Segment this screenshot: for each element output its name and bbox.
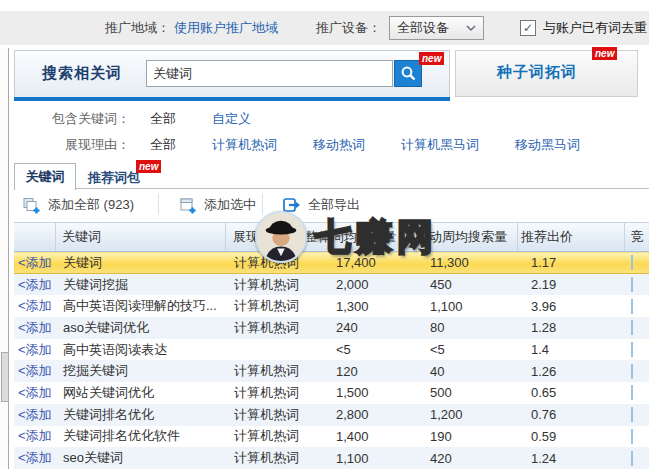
table-row[interactable]: <添加 关键词挖掘 计算机热词，... 2,000 450 2.19 xyxy=(14,274,649,296)
device-dropdown-value: 全部设备 xyxy=(397,19,449,37)
reason-cell: 计算机热词，... xyxy=(226,254,302,272)
table-row[interactable]: <添加 高中英语阅读理解的技巧... 计算机热词，... 1,300 1,100… xyxy=(14,295,649,317)
toolbar-divider xyxy=(158,194,159,215)
bid-cell: 0.76 xyxy=(518,407,625,422)
contain-option-custom[interactable]: 自定义 xyxy=(212,110,251,128)
export-all-label: 全部导出 xyxy=(308,196,360,214)
search-button[interactable] xyxy=(394,60,422,87)
mobile-volume-cell: 11,300 xyxy=(415,255,518,270)
seed-tab-label: 种子词拓词 xyxy=(497,63,577,82)
region-link[interactable]: 使用账户推广地域 xyxy=(174,19,278,37)
add-keyword-link[interactable]: <添加 xyxy=(14,384,56,402)
pc-volume-cell: 1,500 xyxy=(302,385,415,400)
region-label: 推广地域： xyxy=(105,19,170,37)
keyword-cell: 关键词挖掘 xyxy=(56,276,226,294)
left-panel-toggle[interactable] xyxy=(1,352,9,402)
export-all-button[interactable]: 全部导出 xyxy=(282,196,360,214)
competition-cell xyxy=(625,255,649,270)
reason-filter-label: 展现理由： xyxy=(10,136,130,154)
header-mobile-weekly-search: 移动周均搜索量 xyxy=(415,223,518,251)
competition-bar xyxy=(631,299,633,314)
bid-cell: 1.24 xyxy=(518,451,625,466)
pc-volume-cell: <5 xyxy=(302,342,415,357)
add-keyword-link[interactable]: <添加 xyxy=(14,406,56,424)
dedupe-checkbox[interactable]: ✓ xyxy=(520,20,536,36)
export-icon xyxy=(282,197,301,214)
competition-bar xyxy=(631,342,633,357)
pc-volume-cell: 1,300 xyxy=(302,299,415,314)
add-selected-icon xyxy=(178,197,197,214)
pc-volume-cell: 1,100 xyxy=(302,451,415,466)
table-body: <添加 关键词 计算机热词，... 17,400 11,300 1.17 <添加… xyxy=(14,252,649,469)
search-new-badge: new xyxy=(419,52,444,65)
checkmark-icon: ✓ xyxy=(523,21,533,35)
pc-volume-cell: 1,400 xyxy=(302,429,415,444)
mobile-volume-cell: 1,100 xyxy=(415,299,518,314)
table-row[interactable]: <添加 aso关键词优化 计算机热词 240 80 1.28 xyxy=(14,317,649,339)
add-keyword-link[interactable]: <添加 xyxy=(14,254,56,272)
table-row[interactable]: <添加 关键词排名优化 计算机热词，... 2,800 1,200 0.76 xyxy=(14,404,649,426)
mobile-volume-cell: 420 xyxy=(415,451,518,466)
header-competition: 竞 xyxy=(625,223,649,251)
add-keyword-link[interactable]: <添加 xyxy=(14,276,56,294)
add-keyword-link[interactable]: <添加 xyxy=(14,297,56,315)
table-row[interactable]: <添加 seo关键词 计算机热词 1,100 420 1.24 xyxy=(14,447,649,469)
table-row[interactable]: <添加 关键词 计算机热词，... 17,400 11,300 1.17 xyxy=(14,252,649,274)
add-keyword-link[interactable]: <添加 xyxy=(14,427,56,445)
reason-cell: 计算机热词，... xyxy=(226,276,302,294)
pc-volume-cell: 17,400 xyxy=(302,255,415,270)
header-keyword: 关键词 xyxy=(56,223,226,251)
add-selected-button[interactable]: 添加选中 xyxy=(178,196,256,214)
reason-cell: 计算机热词 xyxy=(226,449,302,467)
left-panel-edge xyxy=(0,48,9,469)
header-add-column xyxy=(14,223,56,251)
add-keyword-link[interactable]: <添加 xyxy=(14,319,56,337)
tab-word-packages[interactable]: 推荐词包 xyxy=(88,169,140,187)
competition-cell xyxy=(625,320,649,335)
competition-cell xyxy=(625,385,649,400)
device-dropdown[interactable]: 全部设备 xyxy=(389,16,484,40)
pc-volume-cell: 2,800 xyxy=(302,407,415,422)
competition-bar xyxy=(631,385,633,400)
bid-cell: 3.96 xyxy=(518,299,625,314)
keyword-search-input[interactable] xyxy=(146,60,393,87)
add-keyword-link[interactable]: <添加 xyxy=(14,341,56,359)
competition-bar xyxy=(631,407,633,422)
reason-option-mobile-hot[interactable]: 移动热词 xyxy=(313,136,365,154)
keyword-cell: 关键词排名优化软件 xyxy=(56,427,226,445)
table-row[interactable]: <添加 网站关键词优化 计算机热词，... 1,500 500 0.65 xyxy=(14,382,649,404)
add-keyword-link[interactable]: <添加 xyxy=(14,362,56,380)
table-row[interactable]: <添加 挖掘关键词 计算机热词 120 40 1.26 xyxy=(14,360,649,382)
bid-cell: 0.59 xyxy=(518,429,625,444)
reason-option-pc-darkhorse[interactable]: 计算机黑马词 xyxy=(401,136,479,154)
header-reason: 展现理由 xyxy=(226,223,302,251)
mobile-volume-cell: 450 xyxy=(415,277,518,292)
reason-cell: 计算机热词，... xyxy=(226,384,302,402)
pc-volume-cell: 2,000 xyxy=(302,277,415,292)
competition-cell xyxy=(625,364,649,379)
keyword-cell: 高中英语阅读理解的技巧... xyxy=(56,297,226,315)
add-keyword-link[interactable]: <添加 xyxy=(14,449,56,467)
competition-cell xyxy=(625,407,649,422)
search-icon xyxy=(400,65,417,82)
table-header-row: 关键词 展现理由 整体周均搜索量 移动周均搜索量 推荐出价 竞 xyxy=(14,222,649,252)
keyword-cell: seo关键词 xyxy=(56,449,226,467)
reason-cell: 计算机热词 xyxy=(226,362,302,380)
competition-cell xyxy=(625,277,649,292)
reason-option-all[interactable]: 全部 xyxy=(150,136,176,154)
add-all-button[interactable]: 添加全部 (923) xyxy=(22,196,134,214)
reason-option-mobile-darkhorse[interactable]: 移动黑马词 xyxy=(515,136,580,154)
keyword-cell: 高中英语阅读表达 xyxy=(56,341,226,359)
add-all-label: 添加全部 (923) xyxy=(48,196,134,214)
tab-keywords[interactable]: 关键词 xyxy=(14,163,76,190)
package-new-badge: new xyxy=(136,160,161,173)
reason-option-pc-hot[interactable]: 计算机热词 xyxy=(212,136,277,154)
contain-option-all[interactable]: 全部 xyxy=(150,110,176,128)
pc-volume-cell: 120 xyxy=(302,364,415,379)
dedupe-label: 与账户已有词去重 xyxy=(543,19,647,37)
table-row[interactable]: <添加 关键词排名优化软件 计算机热词 1,400 190 0.59 xyxy=(14,426,649,448)
add-all-icon xyxy=(22,197,41,214)
table-row[interactable]: <添加 高中英语阅读表达 <5 <5 1.4 xyxy=(14,339,649,361)
keyword-cell: aso关键词优化 xyxy=(56,319,226,337)
keyword-cell: 网站关键词优化 xyxy=(56,384,226,402)
